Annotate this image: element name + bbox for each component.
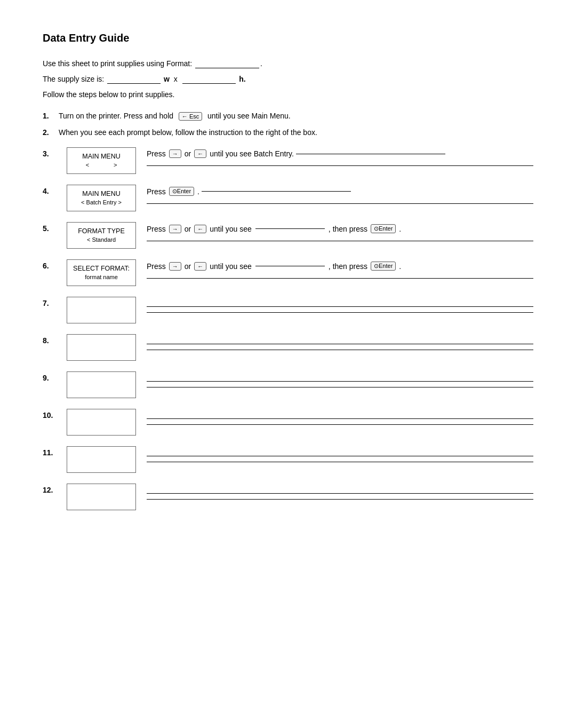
step-3-instruction: Press → or ← until you see Batch Entry. xyxy=(147,147,533,166)
step6-key2: ← xyxy=(194,262,206,271)
step-2: 2. When you see each prompt below, follo… xyxy=(43,128,533,137)
step-11-row: 11. xyxy=(43,446,533,473)
step-4-line xyxy=(147,203,533,204)
step3-fill xyxy=(296,154,445,154)
step-5-num: 5. xyxy=(43,222,67,233)
esc-key: ← Esc xyxy=(179,112,202,121)
intro-line-1: Use this sheet to print supplies using F… xyxy=(43,59,533,68)
step5-key1: → xyxy=(169,225,181,233)
intro2-text: The supply size is: xyxy=(43,75,104,83)
step-3-row: 3. MAIN MENU < > Press → or ← until you … xyxy=(43,147,533,174)
step-12-line1 xyxy=(147,493,533,494)
step-12-lcd xyxy=(67,484,136,510)
intro-line-2: The supply size is: w x h. xyxy=(43,75,533,84)
step-8-line1 xyxy=(147,344,533,344)
step-10-row: 10. xyxy=(43,409,533,436)
h-label: h. xyxy=(239,75,245,83)
step5-enter: ⊙Enter xyxy=(371,224,396,233)
step-9-row: 9. xyxy=(43,371,533,398)
step-5-lcd: FORMAT TYPE < Standard xyxy=(67,222,136,249)
step-3-text: Press → or ← until you see Batch Entry. xyxy=(147,149,533,158)
step-11-instruction xyxy=(147,446,533,462)
step-2-text: When you see each prompt below, follow t… xyxy=(59,128,533,137)
step-7-instruction xyxy=(147,297,533,313)
step-12-instruction xyxy=(147,484,533,500)
step-9-lcd xyxy=(67,371,136,398)
intro1-text: Use this sheet to print supplies using F… xyxy=(43,59,192,68)
step-8-row: 8. xyxy=(43,334,533,361)
step-12-num: 12. xyxy=(43,484,67,494)
lcd-4-line1: MAIN MENU xyxy=(82,189,121,199)
step5-blank xyxy=(255,228,325,229)
step1-suffix: until you see Main Menu. xyxy=(207,112,291,120)
step-11-line2 xyxy=(147,462,533,462)
step-10-instruction xyxy=(147,409,533,425)
step-9-line1 xyxy=(147,381,533,382)
step-5-instruction: Press → or ← until you see , then press … xyxy=(147,222,533,241)
step-10-line2 xyxy=(147,424,533,425)
lcd-6-line1: SELECT FORMAT: xyxy=(73,264,130,274)
page-title: Data Entry Guide xyxy=(43,32,533,44)
step-1-text: Turn on the printer. Press and hold ← Es… xyxy=(59,112,533,121)
x-label: x xyxy=(174,75,178,83)
step-1-num: 1. xyxy=(43,112,59,120)
step-8-line2 xyxy=(147,350,533,350)
step6-key1: → xyxy=(169,262,181,271)
step-4-lcd: MAIN MENU < Batch Entry > xyxy=(67,185,136,211)
height-blank xyxy=(182,75,236,84)
step-7-num: 7. xyxy=(43,297,67,307)
step6-enter: ⊙Enter xyxy=(371,262,396,271)
step-3-lcd: MAIN MENU < > xyxy=(67,147,136,174)
step-4-row: 4. MAIN MENU < Batch Entry > Press ⊙Ente… xyxy=(43,185,533,211)
step-4-instruction: Press ⊙Enter . xyxy=(147,185,533,204)
step-7-line1 xyxy=(147,306,533,307)
step1-prefix: Turn on the printer. Press and hold xyxy=(59,112,173,120)
step-6-instruction: Press → or ← until you see , then press … xyxy=(147,259,533,279)
width-blank xyxy=(107,75,161,84)
step-4-text: Press ⊙Enter . xyxy=(147,187,533,196)
follow-text: Follow the steps below to print supplies… xyxy=(43,90,174,99)
step-3-num: 3. xyxy=(43,147,67,158)
lcd-5-line2: < Standard xyxy=(87,236,116,244)
lcd-3-line1: MAIN MENU xyxy=(82,152,121,162)
step-7-row: 7. xyxy=(43,297,533,323)
step-11-line1 xyxy=(147,456,533,456)
step-6-text: Press → or ← until you see , then press … xyxy=(147,262,533,271)
step-5-line xyxy=(147,241,533,241)
step-1: 1. Turn on the printer. Press and hold ←… xyxy=(43,112,533,121)
lcd-6-line2: format name xyxy=(85,273,118,281)
format-blank xyxy=(195,59,259,68)
step-9-num: 9. xyxy=(43,371,67,382)
w-label: w xyxy=(164,75,170,83)
lcd-4-line2: < Batch Entry > xyxy=(81,199,122,207)
step6-blank xyxy=(255,266,325,266)
step-12-row: 12. xyxy=(43,484,533,510)
lcd-5-line1: FORMAT TYPE xyxy=(78,227,125,236)
step5-key2: ← xyxy=(194,225,206,233)
step-2-num: 2. xyxy=(43,128,59,137)
step-4-num: 4. xyxy=(43,185,67,195)
step-7-line2 xyxy=(147,312,533,313)
step-6-num: 6. xyxy=(43,259,67,270)
lcd-3-line2: < > xyxy=(86,161,117,169)
step-3-line xyxy=(147,165,533,166)
step4-key1: ⊙Enter xyxy=(169,187,194,196)
steps-table: 3. MAIN MENU < > Press → or ← until you … xyxy=(43,147,533,510)
step-9-line2 xyxy=(147,387,533,387)
step3-key1: → xyxy=(169,149,181,158)
step-11-lcd xyxy=(67,446,136,473)
step-6-lcd: SELECT FORMAT: format name xyxy=(67,259,136,286)
step3-key2: ← xyxy=(194,149,206,158)
step-7-lcd xyxy=(67,297,136,323)
step-9-instruction xyxy=(147,371,533,387)
step-10-line1 xyxy=(147,418,533,419)
step-10-lcd xyxy=(67,409,136,436)
step-8-instruction xyxy=(147,334,533,350)
step-5-row: 5. FORMAT TYPE < Standard Press → or ← u… xyxy=(43,222,533,249)
step-6-row: 6. SELECT FORMAT: format name Press → or… xyxy=(43,259,533,286)
step4-fill xyxy=(202,191,351,192)
step-11-num: 11. xyxy=(43,446,67,457)
step-5-text: Press → or ← until you see , then press … xyxy=(147,224,533,233)
step-12-line2 xyxy=(147,499,533,500)
follow-line: Follow the steps below to print supplies… xyxy=(43,90,533,99)
